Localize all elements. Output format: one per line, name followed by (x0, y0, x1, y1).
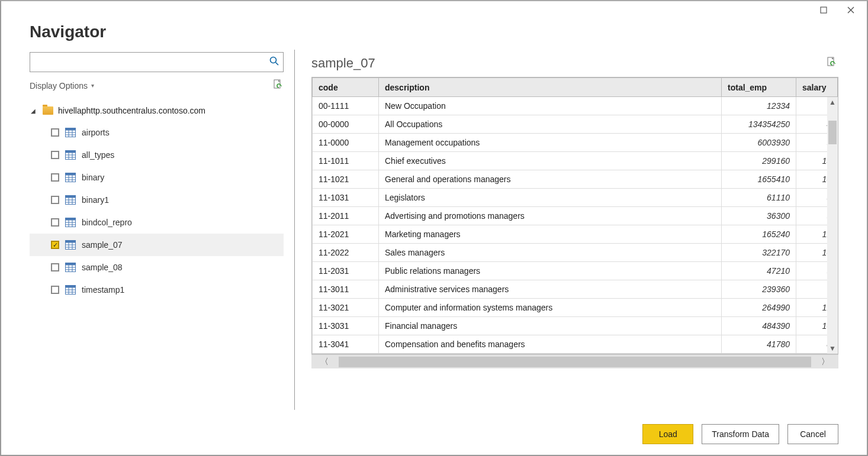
tree-item[interactable]: binary1 (30, 189, 284, 211)
display-options-label: Display Options (30, 81, 88, 90)
cell-total_emp: 47210 (722, 262, 796, 280)
col-header-code[interactable]: code (313, 78, 379, 97)
cancel-button[interactable]: Cancel (787, 424, 838, 444)
checkbox[interactable] (51, 286, 59, 294)
cell-code: 00-0000 (313, 115, 379, 134)
load-button[interactable]: Load (642, 424, 693, 444)
cell-code: 11-3011 (313, 280, 379, 299)
tree-item-label: sample_07 (82, 240, 123, 250)
table-row[interactable]: 11-1021General and operations managers16… (313, 170, 838, 189)
checkbox[interactable] (51, 218, 59, 227)
search-icon[interactable] (265, 56, 283, 68)
table-row[interactable]: 11-2031Public relations managers472109 (313, 262, 838, 280)
checkbox[interactable] (51, 173, 59, 182)
preview-panel: sample_07 code description total_emp (311, 50, 838, 410)
tree-item-label: sample_08 (82, 263, 123, 272)
tree-root-label: hivellaphttp.southcentralus.contoso.com (58, 106, 205, 115)
col-header-description[interactable]: description (379, 78, 722, 97)
transform-data-button[interactable]: Transform Data (702, 424, 779, 444)
display-options-dropdown[interactable]: Display Options ▾ (30, 81, 94, 90)
cell-description: Management occupations (379, 134, 722, 152)
cell-code: 11-3021 (313, 299, 379, 317)
tree-item-label: timestamp1 (82, 285, 124, 295)
tree-root[interactable]: ◢ hivellaphttp.southcentralus.contoso.co… (30, 100, 284, 121)
tree-item-label: all_types (82, 150, 114, 160)
preview-table-wrap: code description total_emp salary 00-111… (311, 77, 838, 354)
display-options-row: Display Options ▾ (30, 79, 284, 92)
cell-code: 00-1111 (313, 97, 379, 115)
table-row[interactable]: 11-3021Computer and information systems … (313, 299, 838, 317)
table-icon (65, 263, 76, 272)
scroll-left-icon[interactable]: 〈 (311, 357, 337, 367)
cell-total_emp: 322170 (722, 244, 796, 262)
close-button[interactable] (837, 1, 864, 19)
table-icon (65, 240, 76, 250)
table-icon (65, 128, 76, 137)
preview-title: sample_07 (311, 56, 375, 71)
table-row[interactable]: 11-2021Marketing managers16524011 (313, 225, 838, 244)
scroll-thumb[interactable] (828, 121, 837, 144)
table-row[interactable]: 11-2011Advertising and promotions manage… (313, 207, 838, 225)
col-header-salary[interactable]: salary (796, 78, 838, 97)
cell-total_emp: 484390 (722, 317, 796, 335)
checkbox[interactable] (51, 241, 59, 249)
cell-total_emp: 299160 (722, 152, 796, 170)
table-icon (65, 173, 76, 182)
preview-header: sample_07 (311, 50, 838, 77)
table-row[interactable]: 11-0000Management occupations60039309 (313, 134, 838, 152)
cell-description: Financial managers (379, 317, 722, 335)
collapse-icon[interactable]: ◢ (31, 108, 38, 114)
vertical-scrollbar[interactable]: ▲ ▼ (827, 97, 838, 354)
svg-rect-7 (821, 7, 827, 13)
tree-item[interactable]: sample_08 (30, 256, 284, 279)
table-row[interactable]: 11-3031Financial managers48439010 (313, 317, 838, 335)
tree-item[interactable]: all_types (30, 144, 284, 166)
table-row[interactable]: 11-1011Chief executives29916015 (313, 152, 838, 170)
maximize-button[interactable] (810, 1, 837, 19)
tree-item-label: binary (82, 173, 104, 182)
table-icon (65, 218, 76, 227)
tree-item-label: bindcol_repro (82, 218, 132, 227)
cell-total_emp: 134354250 (722, 115, 796, 134)
cell-code: 11-1021 (313, 170, 379, 189)
tree-item[interactable]: sample_07 (30, 234, 284, 256)
table-icon (65, 150, 76, 160)
table-row[interactable]: 00-0000All Occupations1343542504 (313, 115, 838, 134)
tree-item[interactable]: timestamp1 (30, 279, 284, 301)
table-row[interactable]: 00-1111New Occupation12334 (313, 97, 838, 115)
cell-code: 11-1011 (313, 152, 379, 170)
cell-description: Sales managers (379, 244, 722, 262)
table-row[interactable]: 11-3011Administrative services managers2… (313, 280, 838, 299)
cell-code: 11-3031 (313, 317, 379, 335)
preview-refresh-icon[interactable] (827, 57, 838, 70)
cell-code: 11-2022 (313, 244, 379, 262)
search-box[interactable] (30, 52, 284, 72)
scroll-up-icon[interactable]: ▲ (829, 97, 836, 108)
table-row[interactable]: 11-3041Compensation and benefits manager… (313, 335, 838, 354)
refresh-icon[interactable] (273, 79, 284, 92)
horizontal-scrollbar[interactable]: 〈 〉 (311, 354, 838, 368)
table-row[interactable]: 11-2022Sales managers32217010 (313, 244, 838, 262)
tree-item-label: airports (82, 128, 110, 137)
table-header-row: code description total_emp salary (313, 78, 838, 97)
checkbox[interactable] (51, 263, 59, 271)
cell-code: 11-3041 (313, 335, 379, 354)
col-header-total_emp[interactable]: total_emp (722, 78, 796, 97)
tree-children: airportsall_typesbinarybinary1bindcol_re… (30, 121, 284, 301)
table-row[interactable]: 11-1031Legislators611103 (313, 189, 838, 207)
search-input[interactable] (30, 53, 265, 72)
cell-description: Marketing managers (379, 225, 722, 244)
tree-item[interactable]: airports (30, 121, 284, 144)
checkbox[interactable] (51, 128, 59, 137)
page-title: Navigator (30, 22, 838, 41)
folder-icon (43, 106, 53, 115)
checkbox[interactable] (51, 196, 59, 204)
content: Display Options ▾ ◢ hivellaphttp.southce… (1, 50, 867, 410)
hscroll-track[interactable] (339, 357, 811, 367)
tree-item[interactable]: binary (30, 166, 284, 189)
scroll-down-icon[interactable]: ▼ (829, 343, 836, 354)
checkbox[interactable] (51, 151, 59, 159)
cell-description: Administrative services managers (379, 280, 722, 299)
tree-item[interactable]: bindcol_repro (30, 211, 284, 234)
scroll-right-icon[interactable]: 〉 (812, 357, 838, 367)
